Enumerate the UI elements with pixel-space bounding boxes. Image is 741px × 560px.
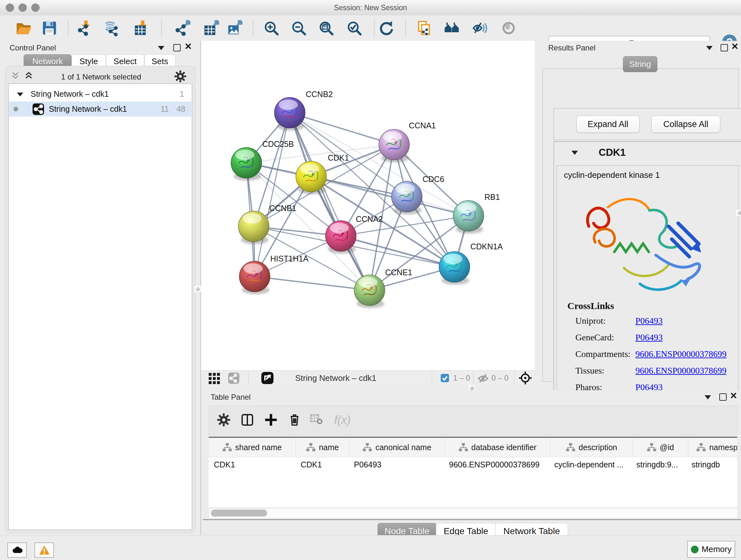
node-label-ccna1: CCNA1 [409, 121, 436, 130]
table-cell[interactable]: CDK1 [295, 460, 349, 469]
save-session-icon[interactable] [41, 20, 58, 37]
right-splitter-handle[interactable] [736, 209, 741, 216]
show-hide-graphics-icon[interactable] [471, 20, 488, 37]
network-node-hist1h1a[interactable] [239, 261, 270, 294]
network-collection-row[interactable]: String Network – cdk1 1 [9, 86, 191, 102]
network-node-cdkn1a[interactable] [439, 252, 470, 285]
tab-string[interactable]: String [623, 56, 657, 72]
first-neighbors-icon[interactable] [444, 20, 460, 37]
column-header-shared-name[interactable]: shared name [209, 438, 296, 457]
cdk1-collapse-icon[interactable] [571, 151, 578, 155]
table-hscrollbar[interactable] [209, 508, 738, 518]
zoom-fit-icon[interactable] [318, 20, 334, 37]
open-session-icon[interactable] [15, 20, 32, 37]
table-cell[interactable]: stringdb [686, 460, 737, 469]
column-header-database-identifier[interactable]: database identifier [445, 438, 550, 457]
cloud-button[interactable] [7, 543, 27, 558]
crosslink-link[interactable]: P06493 [635, 316, 663, 326]
crosslink-link[interactable]: 9606.ENSP00000378699 [635, 366, 726, 376]
node-table[interactable]: shared namenamecanonical namedatabase id… [209, 437, 737, 507]
control-panel-menu-icon[interactable] [158, 46, 164, 50]
left-splitter-handle[interactable] [194, 286, 201, 293]
export-network-icon[interactable] [175, 20, 192, 37]
column-header-canonical-name[interactable]: canonical name [349, 438, 445, 457]
network-node-cdc25b[interactable] [231, 147, 262, 181]
network-options-gear-icon[interactable] [174, 70, 187, 83]
network-edge[interactable] [290, 113, 394, 145]
node-label-ccne1: CCNE1 [385, 268, 412, 277]
hidden-eye-icon[interactable] [477, 373, 488, 384]
results-panel-menu-icon[interactable] [706, 46, 713, 50]
results-panel-float-icon[interactable] [721, 44, 728, 51]
refresh-icon[interactable] [378, 20, 395, 37]
network-row-label: String Network – cdk1 [49, 105, 127, 114]
export-table-icon[interactable] [204, 20, 220, 37]
detach-view-icon[interactable] [261, 372, 274, 384]
crosslink-link[interactable]: P06493 [635, 332, 663, 343]
add-column-icon[interactable] [264, 413, 279, 428]
table-panel-float-icon[interactable] [719, 393, 727, 401]
network-edge[interactable] [255, 113, 290, 276]
tree-expander-icon[interactable] [17, 91, 23, 97]
collapse-all-networks-icon[interactable] [10, 71, 23, 83]
table-cell[interactable]: stringdb:9... [631, 460, 686, 469]
table-cell[interactable]: P06493 [349, 460, 444, 469]
zoom-selected-icon[interactable] [346, 20, 362, 37]
network-node-ccna1[interactable] [379, 129, 409, 163]
crosslink-label: Compartments: [576, 349, 630, 359]
network-node-ccne1[interactable] [354, 275, 385, 308]
network-view: CCNB2 CCNA1 CDC25B CDK1 CDC6 RB1 CCNB1 C… [201, 41, 535, 370]
table-cell[interactable]: 9606.ENSP00000378699 [444, 460, 549, 469]
export-image-icon[interactable] [227, 20, 244, 37]
zoom-in-icon[interactable] [263, 20, 280, 37]
network-node-cdk1[interactable] [296, 161, 327, 194]
network-node-cdc6[interactable] [392, 181, 422, 214]
results-panel-close-icon[interactable]: ✕ [731, 44, 738, 50]
node-label-cdk1: CDK1 [328, 153, 349, 162]
network-canvas[interactable]: CCNB2 CCNA1 CDC25B CDK1 CDC6 RB1 CCNB1 C… [201, 41, 535, 370]
network-node-ccna2[interactable] [326, 221, 356, 254]
import-table-icon[interactable] [134, 20, 151, 37]
table-gear-icon[interactable] [217, 413, 231, 428]
network-edge[interactable] [255, 276, 369, 290]
birds-eye-view-icon[interactable] [208, 372, 220, 384]
hscrollbar-thumb[interactable] [211, 509, 267, 516]
expand-all-networks-icon[interactable] [24, 71, 36, 83]
cdk1-content: cyclin-dependent kinase 1 [556, 165, 738, 395]
column-header--id[interactable]: @id [633, 438, 688, 457]
table-panel-title: Table Panel [211, 393, 251, 401]
expand-collapse-box: Expand All Collapse All [554, 108, 741, 140]
show-columns-icon[interactable] [240, 413, 255, 428]
column-header-name[interactable]: name [296, 438, 349, 457]
warning-button[interactable] [35, 543, 54, 558]
memory-button[interactable]: Memory [687, 541, 735, 558]
table-panel-close-icon[interactable]: ✕ [730, 393, 737, 399]
control-panel-close-icon[interactable]: ✕ [185, 44, 192, 50]
crosslink-link[interactable]: 9606.ENSP00000378699 [635, 349, 726, 359]
table-cell[interactable]: CDK1 [209, 460, 295, 469]
import-network-icon[interactable] [77, 20, 94, 37]
node-count: 11 [160, 105, 169, 114]
import-network-from-database-icon[interactable] [103, 20, 120, 37]
fit-content-icon[interactable] [519, 371, 532, 385]
network-edge[interactable] [290, 113, 369, 290]
node-label-cdkn1a: CDKN1A [470, 242, 503, 251]
expand-all-button[interactable]: Expand All [576, 116, 639, 133]
delete-column-icon[interactable] [287, 413, 302, 428]
column-header-namespace[interactable]: namespace [688, 438, 737, 457]
control-panel-float-icon[interactable] [173, 44, 181, 51]
network-node-ccnb1[interactable] [239, 211, 269, 244]
network-node-ccnb2[interactable] [274, 98, 305, 131]
table-panel-menu-icon[interactable] [704, 395, 711, 399]
table-row[interactable]: CDK1CDK1P064939606.ENSP00000378699cyclin… [209, 457, 737, 472]
network-edge[interactable] [311, 177, 468, 216]
zoom-out-icon[interactable] [290, 20, 307, 37]
table-cell[interactable]: cyclin-dependent ... [549, 460, 631, 469]
collapse-all-button[interactable]: Collapse All [651, 116, 720, 133]
network-node-rb1[interactable] [453, 200, 484, 234]
selected-checkbox-icon[interactable] [441, 374, 449, 382]
string-view-icon[interactable] [228, 372, 240, 384]
clone-network-icon[interactable] [416, 20, 432, 37]
column-header-description[interactable]: description [550, 438, 633, 457]
network-row-selected[interactable]: String Network – cdk1 11 48 [9, 102, 191, 117]
